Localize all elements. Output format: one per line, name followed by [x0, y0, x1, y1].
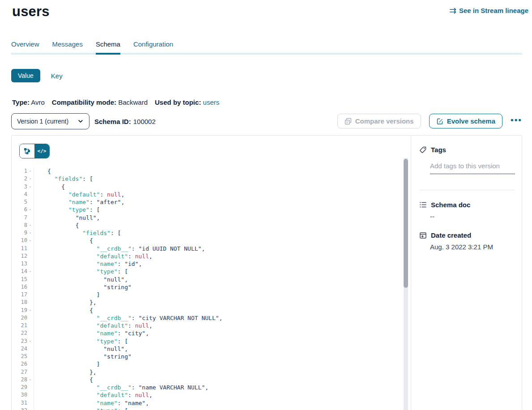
code-line: 12 "default": null,	[12, 252, 411, 260]
fold-arrow-icon[interactable]: ▾	[28, 237, 33, 244]
type-value: Avro	[31, 98, 45, 106]
fold-arrow-icon[interactable]: ▾	[28, 229, 33, 237]
code-line-text: "name": "city",	[34, 329, 149, 337]
code-line: 32▾ "type": [	[12, 407, 411, 410]
tab-schema[interactable]: Schema	[96, 40, 120, 55]
fold-arrow-icon[interactable]: ▾	[28, 307, 33, 314]
line-number: 28▾	[12, 376, 34, 384]
compare-versions-button[interactable]: Compare versions	[337, 114, 421, 128]
date-created-title: Date created	[431, 231, 471, 239]
fold-arrow-icon[interactable]: ▾	[28, 268, 33, 275]
schema-code-pane: </> 1▾{2▾ "fields": [3▾ {4 "default": nu…	[12, 136, 411, 410]
fold-arrow-icon[interactable]: ▾	[28, 183, 33, 191]
code-line: 24 "null",	[12, 345, 411, 353]
line-number: 8▾	[12, 222, 34, 229]
type-label: Type:	[12, 98, 30, 106]
code-line: 29 "__crdb__": "name VARCHAR NULL",	[12, 384, 411, 391]
tab-configuration[interactable]: Configuration	[133, 40, 173, 55]
code-line: 2▾ "fields": [	[12, 175, 411, 183]
fold-arrow-icon[interactable]: ▾	[28, 167, 33, 175]
fold-arrow-icon[interactable]: ▾	[28, 407, 33, 410]
line-number: 15	[12, 276, 34, 283]
code-line-text: "default": null,	[34, 322, 153, 329]
code-editor[interactable]: 1▾{2▾ "fields": [3▾ {4 "default": null,5…	[12, 167, 411, 410]
code-line-text: "type": [	[34, 206, 100, 214]
schema-meta-row: Type: Avro Compatibility mode: Backward …	[12, 98, 219, 106]
line-number: 31	[12, 399, 34, 407]
code-line-text: "default": null,	[34, 252, 153, 260]
fold-arrow-icon[interactable]: ▾	[28, 222, 33, 229]
fold-arrow-icon[interactable]: ▾	[28, 175, 33, 183]
editor-scrollbar-thumb[interactable]	[404, 159, 408, 288]
topic-link[interactable]: users	[203, 98, 220, 106]
key-toggle-button[interactable]: Key	[51, 72, 63, 80]
schema-id-value: 100002	[133, 118, 156, 125]
fold-arrow-icon[interactable]: ▾	[28, 206, 33, 214]
code-line: 30 "default": null,	[12, 391, 411, 399]
code-line-text: "__crdb__": "id UUID NOT NULL",	[34, 245, 205, 252]
line-number: 11	[12, 245, 34, 252]
code-view-icon: </>	[38, 148, 47, 154]
fold-arrow-icon[interactable]: ▾	[28, 376, 33, 384]
line-number: 18	[12, 299, 34, 306]
schema-doc-title: Schema doc	[431, 201, 470, 209]
sidebar-divider	[419, 190, 515, 190]
code-line: 26 ]	[12, 360, 411, 368]
tags-section: Tags	[419, 146, 515, 174]
tab-underline-track	[11, 53, 522, 55]
value-toggle-button[interactable]: Value	[11, 69, 40, 82]
code-line: 16 "string"	[12, 283, 411, 291]
line-number: 25	[12, 353, 34, 360]
tree-view-button[interactable]	[20, 144, 34, 158]
tab-overview[interactable]: Overview	[11, 40, 39, 55]
stream-lineage-label: See in Stream lineage	[459, 7, 528, 14]
fold-arrow-icon[interactable]: ▾	[28, 337, 33, 345]
stream-lineage-link[interactable]: ⇉ See in Stream lineage	[449, 6, 528, 15]
code-line-text: {	[34, 183, 65, 191]
compat-label: Compatibility mode:	[52, 98, 116, 106]
code-line: 15 "null",	[12, 276, 411, 283]
code-view-button[interactable]: </>	[34, 144, 49, 158]
code-line: 14▾ "type": [	[12, 268, 411, 275]
line-number: 23▾	[12, 337, 34, 345]
code-line: 1▾{	[12, 167, 411, 175]
code-line-text: "fields": [	[34, 175, 93, 183]
code-line: 20 "__crdb__": "city VARCHAR NOT NULL",	[12, 314, 411, 322]
code-line: 23▾ "type": [	[12, 337, 411, 345]
line-number: 14▾	[12, 268, 34, 275]
code-line-text: {	[34, 237, 93, 244]
code-line-text: "null",	[34, 345, 128, 353]
code-line-text: "name": "after",	[34, 198, 124, 206]
code-line-text: "string"	[34, 283, 132, 291]
compat-value: Backward	[118, 98, 148, 106]
code-line-text: "null",	[34, 276, 128, 283]
code-line: 18 },	[12, 299, 411, 306]
line-number: 27	[12, 368, 34, 376]
code-line-text: "type": [	[34, 337, 128, 345]
line-number: 21	[12, 322, 34, 329]
line-number: 6▾	[12, 206, 34, 214]
line-number: 5	[12, 198, 34, 206]
line-number: 20	[12, 314, 34, 322]
line-number: 30	[12, 391, 34, 399]
version-select-value: Version 1 (current)	[17, 118, 68, 125]
code-line-text: {	[34, 376, 93, 384]
evolve-schema-button[interactable]: Evolve schema	[429, 114, 502, 128]
line-number: 3▾	[12, 183, 34, 191]
version-toolbar: Version 1 (current) Schema ID: 100002 Co…	[11, 113, 522, 129]
tab-messages[interactable]: Messages	[52, 40, 83, 55]
doc-list-icon	[419, 201, 427, 209]
tags-title: Tags	[431, 146, 446, 154]
code-line-text: "fields": [	[34, 229, 121, 237]
more-options-button[interactable]: •••	[511, 115, 522, 127]
code-line-text: {	[34, 167, 51, 175]
code-line: 31 "name": "name",	[12, 399, 411, 407]
line-number: 7	[12, 214, 34, 222]
version-select[interactable]: Version 1 (current)	[11, 113, 89, 129]
line-number: 12	[12, 252, 34, 260]
editor-scrollbar[interactable]	[404, 158, 408, 410]
type-field: Type: Avro	[12, 98, 45, 106]
code-line-text: },	[34, 299, 97, 306]
line-number: 22	[12, 329, 34, 337]
tags-input[interactable]	[430, 159, 515, 174]
